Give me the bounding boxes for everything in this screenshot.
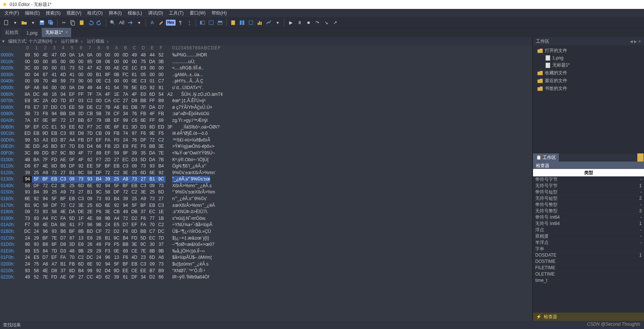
ascii-col[interactable]: “XNØ7.´™’Ô.îÎî·¹ [172, 268, 205, 274]
hex-bytes[interactable]: E89C2A0D7D8703C20DCACC27D9BBFFB9 [23, 98, 166, 104]
hex-body[interactable]: 0000h:89504E470D0A1A0A0000000D49484452‰P… [0, 52, 532, 321]
menu-编辑(E)[interactable]: 编辑(E) [22, 9, 43, 17]
hex-row[interactable]: 01D0h:9693B66FD83DE62649F9F5BB3E9C3037–“… [0, 241, 532, 248]
hex-row[interactable]: 0120h:3925A97327B19C58DF72C23E256D6E929%… [0, 170, 532, 176]
hex-bytes[interactable]: 93584ED8378DB49992D49DEECEEEB7B9 [23, 268, 166, 274]
hex-bytes[interactable]: 89E5847DD3489B2929F30E69CE7E8B9B [23, 248, 166, 255]
hex-row[interactable]: 0010h:0000008500000085080600000075DA3B..… [0, 59, 532, 65]
hex-row[interactable]: 0200h:2475A6A7B1FB6D6E92945FBFEBC30973$u… [0, 261, 532, 268]
hex-row[interactable]: 0110h:D6674E8DB6DF92EE5FBFEBC3097393B4Ög… [0, 163, 532, 170]
panel1-button[interactable] [198, 19, 206, 27]
hex-bytes[interactable]: EDEB9DEBC393D87DCB09FB7497F69EF5 [23, 130, 166, 137]
hex-row[interactable]: 0100h:4BBA7FFDAE0F4F62F72D27ECD35DDA7BKº… [0, 157, 532, 163]
inspector-row[interactable]: DOSTIME [533, 258, 644, 265]
ascii-col[interactable]: $å×ïúpÂÜ$–.öM#m¦ [172, 254, 212, 261]
hex-bytes[interactable]: 9693B66FD83DE62649F9F5BB3E9C3037 [23, 241, 166, 248]
ascii-col[interactable]: ..pHYs...Ã...Ã.Ç [172, 78, 203, 85]
run-template-label[interactable]: 运行模板 ∨ [87, 38, 109, 45]
ascii-col[interactable]: Ü$–“¶¿‹½ÏrÒö.»ÇÜ [172, 228, 211, 235]
calc-button[interactable] [229, 19, 237, 27]
hex-bytes[interactable]: 3C89DDB79CB04F7769EF599F3935DA7E [23, 150, 166, 157]
tree-bookmarks[interactable]: 书签的文件 [536, 85, 641, 92]
ascii-col[interactable]: n’”_¿ëÃ.s“´9%©s' [172, 196, 207, 202]
hex-row[interactable]: 0020h:3C000000017352474200AECE1CE90000<.… [0, 65, 532, 72]
undo-button[interactable] [86, 19, 95, 27]
hex-row[interactable]: 00C0h:EDEB9DEBC393D87DCB09FB7497F69EF5íë… [0, 130, 532, 137]
tree-recent[interactable]: 最近的文件 [536, 77, 641, 85]
run-script-label[interactable]: 运行脚本 ∨ [61, 38, 83, 45]
hex-row[interactable]: 01B0h:DC249693B6BF8BBDCF72D2F60DBBC7DCÜ$… [0, 228, 532, 235]
hex-bytes[interactable]: 00097048597300000EC300000EC301C7 [23, 78, 166, 85]
step-out-button[interactable]: ↗ [331, 19, 339, 27]
inspector-rows[interactable]: 带符号字节-无符号字节1带符号短型-无符号短型2带符号整型-无符号整型3带符号 … [533, 176, 644, 313]
menu-帮助(H)[interactable]: 帮助(H) [209, 9, 230, 17]
inspector-row[interactable]: 双精度- [533, 233, 644, 240]
hex-bytes[interactable]: 3925A97327B19C58DF72C23E256D6E92 [23, 170, 166, 176]
hex-bytes[interactable]: 3C000000017352474200AECE1CE90000 [23, 65, 166, 72]
inspector-row[interactable]: 无符号整型3 [533, 208, 644, 214]
ascii-col[interactable]: .............uÚ; [172, 59, 195, 65]
ascii-col[interactable]: $u¦§±ûmn’”_¿ëÃ.s [172, 261, 209, 268]
ascii-col[interactable]: <....sRGB.®Î.é.. [172, 65, 204, 72]
open-dropdown-icon[interactable]: ▾ [29, 19, 37, 27]
hex-row[interactable]: 0220h:49527EFDAE0F27CC4D623961DF34D266IR… [0, 274, 532, 281]
replace-button[interactable]: AB [117, 19, 125, 27]
ascii-col[interactable]: zg.Ÿr.»gy.ï™Ænÿi [172, 117, 207, 124]
pause-button[interactable]: ⏸ [295, 19, 304, 27]
hex-bytes[interactable]: 2429BF7ED78713E626B19CB4FD5DEC7D [23, 235, 166, 242]
hex-bytes[interactable]: D6674E8DB6DF92EE5FBFEBC3097393B4 [23, 163, 166, 170]
hex-bytes[interactable]: 000467414D410000B18F0BFC61050000 [23, 72, 166, 78]
inspector-subtab[interactable]: 检查器 [533, 162, 644, 169]
hex-row[interactable]: 0090h:3B73F894BBD83DCB5B78CF3476FB4FFB;s… [0, 111, 532, 117]
tab-close-icon[interactable]: × [65, 30, 68, 35]
ascii-col[interactable]: o¨d...ÙIDATx^í’. [172, 85, 203, 91]
hex-bytes[interactable]: 6FA86400000AD949444154785EED9281 [23, 85, 166, 91]
hex-bytes[interactable]: 3EDDA5BD677DE6D468FB2DE9FEF5BB3E [23, 143, 166, 150]
tab-起始页[interactable]: 起始页 [1, 28, 23, 37]
ascii-col[interactable]: “´9%©s'±œXßrÂ>%m [172, 189, 215, 196]
new-file-dropdown-icon[interactable]: ▾ [11, 19, 19, 27]
tree-file-2[interactable]: 无标题1* [536, 61, 641, 69]
inspector-row[interactable]: DOSDATE1 [533, 252, 644, 258]
hex-row[interactable]: 0210h:93584ED8378DB49992D49DEECEEEB7B9“X… [0, 268, 532, 274]
open-file-button[interactable] [20, 19, 28, 27]
hex-bytes[interactable]: 097393584EDADE2EF63ECB49DB37EC1E [23, 209, 166, 215]
inspector-row[interactable]: 带符号短型- [533, 189, 644, 195]
ascii-col[interactable]: _ïÌáSîbô÷,oá=ÓØí? [181, 124, 220, 131]
inspector-row[interactable]: OLETIME [533, 271, 644, 277]
step-over-button[interactable]: ↷ [313, 19, 321, 27]
hex-bytes[interactable]: 89504E470D0A1A0A0000000D49484452 [23, 52, 166, 59]
menu-调试(D)[interactable]: 调试(D) [145, 9, 166, 17]
hex-row[interactable]: 00B0h:5FEFCCE153EE62F72C0E6FE13DD38DED3F… [0, 124, 532, 131]
hex-row[interactable]: 00E0h:3EDDA5BD677DE6D468FB2DE9FEF5BB3E>Ý… [0, 143, 532, 150]
ascii-col[interactable]: ŠÜH..ïÿ.zO.zO.àmT¢ [181, 91, 223, 98]
ascii-col[interactable]: ÷YNÚ¾a÷˜›$å×ïúpÂ [172, 222, 212, 228]
ascii-col[interactable]: 9%©s'±œXßrÂ>%mn’ [172, 170, 216, 176]
tree-open-files[interactable]: 打开的文件 [536, 47, 641, 55]
ascii-col[interactable]: ”_¿ëÃ.s“´9%©s'±œ [172, 176, 210, 183]
checksum-button[interactable] [247, 19, 255, 27]
chart-dropdown-icon[interactable]: ▾ [274, 19, 282, 27]
menu-搜索(S)[interactable]: 搜索(S) [43, 9, 63, 17]
hex-bytes[interactable]: 7393A4FCFA5D1F4E989BA472D2F6771B [23, 215, 166, 222]
ascii-col[interactable]: ÖgN.¶ß’î_¿ëÃ.s“´ [172, 163, 207, 170]
bottom-panel[interactable]: 查找结果 [0, 321, 644, 329]
run-button[interactable]: ▶ [287, 19, 295, 27]
ascii-col[interactable]: ‰PNG........IHDR [172, 52, 207, 59]
hex-bytes[interactable]: B19C58DF72C23E256D6E92945FBFEBC3 [23, 202, 166, 209]
tab-1.png[interactable]: 1.png [23, 29, 42, 37]
chart-button[interactable] [265, 19, 273, 27]
hex-row[interactable]: 0190h:7393A4FCFA5D1F4E989BA472D2F6771Bs“… [0, 215, 532, 222]
menu-模板(L)[interactable]: 模板(L) [125, 9, 145, 17]
tab-无标题1*[interactable]: 无标题1*× [42, 28, 72, 37]
inspector-row[interactable]: 半浮点- [533, 240, 644, 246]
hex-row[interactable]: 0060h:8ADC481604EFFF7F7A4F1E7A4FE06D54A2… [0, 91, 532, 98]
inspector-row[interactable]: 带符号 Int64- [533, 214, 644, 221]
menu-文件(F)[interactable]: 文件(F) [1, 9, 22, 17]
hex-bytes[interactable]: 2475A6A7B1FB6D6E92945FBFEBC30973 [23, 261, 166, 268]
inspector-row[interactable]: 无符号短型2 [533, 195, 644, 202]
save-button[interactable] [38, 19, 46, 27]
hex-bytes[interactable]: 8ADC481604EFFF7F7A4F1E7A4FE06D54A2 [23, 91, 174, 98]
inspector-row[interactable]: 浮点- [533, 227, 644, 233]
highlight-button[interactable] [157, 19, 165, 27]
